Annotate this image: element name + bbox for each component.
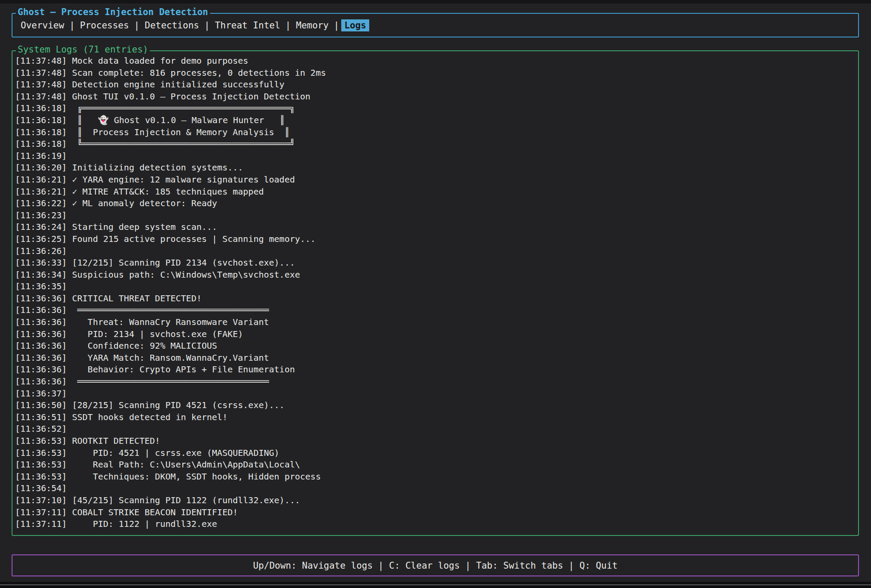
log-message: Real Path: C:\Users\Admin\AppData\Local\ <box>67 459 300 470</box>
log-timestamp: [11:36:51] <box>15 412 67 422</box>
log-entry: [11:36:37] <box>15 388 856 400</box>
log-entry: [11:37:48] Scan complete: 816 processes,… <box>15 67 856 79</box>
log-entry: [11:36:22] ✓ ML anomaly detector: Ready <box>15 198 856 210</box>
tab-processes[interactable]: Processes <box>77 19 132 31</box>
log-timestamp: [11:36:22] <box>15 198 67 208</box>
log-message: ROOTKIT DETECTED! <box>67 436 160 446</box>
log-timestamp: [11:36:52] <box>15 424 67 434</box>
log-timestamp: [11:36:24] <box>15 222 67 232</box>
log-entry: [11:36:50] [28/215] Scanning PID 4521 (c… <box>15 399 856 412</box>
log-entry: [11:37:10] [45/215] Scanning PID 1122 (r… <box>15 495 856 507</box>
log-timestamp: [11:36:53] <box>15 448 67 458</box>
log-timestamp: [11:37:10] <box>15 495 67 505</box>
tab-separator: | <box>334 20 340 31</box>
log-timestamp: [11:36:36] <box>15 293 67 303</box>
tab-memory[interactable]: Memory <box>293 19 332 31</box>
log-entry: [11:36:24] Starting deep system scan... <box>15 221 856 233</box>
log-message: ═════════════════════════════════════ <box>67 305 269 315</box>
log-message: Suspicious path: C:\Windows\Temp\svchost… <box>67 269 300 280</box>
log-message: ✓ YARA engine: 12 malware signatures loa… <box>67 174 295 185</box>
log-entry: [11:36:36] ═════════════════════════════… <box>15 304 856 316</box>
tab-separator: | <box>204 20 210 31</box>
log-message: Techniques: DKOM, SSDT hooks, Hidden pro… <box>67 471 321 482</box>
log-message: Scan complete: 816 processes, 0 detectio… <box>67 68 326 78</box>
log-message: [12/215] Scanning PID 2134 (svchost.exe)… <box>67 257 295 268</box>
log-timestamp: [11:36:53] <box>15 436 67 446</box>
status-bar: Up/Down: Navigate logs | C: Clear logs |… <box>12 554 859 576</box>
tab-overview[interactable]: Overview <box>18 19 67 31</box>
log-message: YARA Match: Ransom.WannaCry.Variant <box>67 353 269 363</box>
log-message: Threat: WannaCry Ransomware Variant <box>67 317 269 327</box>
log-timestamp: [11:36:35] <box>15 281 67 291</box>
log-message: [45/215] Scanning PID 1122 (rundll32.exe… <box>67 495 300 505</box>
log-timestamp: [11:37:48] <box>15 79 67 90</box>
tab-detections[interactable]: Detections <box>142 19 202 31</box>
log-timestamp: [11:36:19] <box>15 151 67 161</box>
log-timestamp: [11:36:25] <box>15 234 67 244</box>
log-entry: [11:36:18] ║ 👻 Ghost v0.1.0 — Malware Hu… <box>15 115 856 127</box>
log-timestamp: [11:36:18] <box>15 115 67 125</box>
log-entry: [11:36:36] PID: 2134 | svchost.exe (FAKE… <box>15 328 856 340</box>
log-message: ╔═══════════════════════════════════════… <box>67 103 295 113</box>
log-timestamp: [11:36:20] <box>15 162 67 173</box>
log-timestamp: [11:36:18] <box>15 103 67 113</box>
log-timestamp: [11:36:36] <box>15 353 67 363</box>
log-timestamp: [11:37:48] <box>15 56 67 66</box>
log-timestamp: [11:37:11] <box>15 507 67 517</box>
log-message: Starting deep system scan... <box>67 222 217 232</box>
log-timestamp: [11:36:36] <box>15 305 67 315</box>
log-entry: [11:36:21] ✓ YARA engine: 12 malware sig… <box>15 174 856 186</box>
log-timestamp: [11:36:37] <box>15 388 67 399</box>
log-timestamp: [11:36:23] <box>15 210 67 220</box>
log-timestamp: [11:37:48] <box>15 68 67 78</box>
log-timestamp: [11:36:21] <box>15 186 67 197</box>
log-entry: [11:37:48] Mock data loaded for demo pur… <box>15 55 856 67</box>
log-timestamp: [11:37:48] <box>15 91 67 102</box>
log-entry: [11:36:25] Found 215 active processes | … <box>15 233 856 245</box>
log-message: Found 215 active processes | Scanning me… <box>67 234 315 244</box>
log-entry: [11:36:53] PID: 4521 | csrss.exe (MASQUE… <box>15 447 856 459</box>
log-message: PID: 4521 | csrss.exe (MASQUERADING) <box>67 448 279 458</box>
log-timestamp: [11:36:21] <box>15 174 67 185</box>
log-timestamp: [11:37:11] <box>15 519 67 529</box>
tab-separator: | <box>285 20 291 31</box>
log-timestamp: [11:36:36] <box>15 317 67 327</box>
log-message: PID: 1122 | rundll32.exe <box>67 519 217 529</box>
window-title: Ghost — Process Injection Detection <box>16 7 210 17</box>
log-message: ✓ MITRE ATT&CK: 185 techniques mapped <box>67 186 264 197</box>
log-timestamp: [11:36:18] <box>15 139 67 149</box>
tab-separator: | <box>134 20 140 31</box>
log-entry: [11:36:54] <box>15 483 856 495</box>
log-message: Ghost TUI v0.1.0 — Process Injection Det… <box>67 91 310 102</box>
log-entry: [11:36:36] ═════════════════════════════… <box>15 376 856 388</box>
log-list[interactable]: [11:37:48] Mock data loaded for demo pur… <box>12 51 858 534</box>
log-entry: [11:37:11] COBALT STRIKE BEACON IDENTIFI… <box>15 507 856 519</box>
log-timestamp: [11:36:36] <box>15 364 67 374</box>
log-entry: [11:36:52] <box>15 423 856 435</box>
log-entry: [11:36:51] SSDT hooks detected in kernel… <box>15 412 856 424</box>
log-message: Behavior: Crypto APIs + File Enumeration <box>67 364 295 374</box>
log-message: ║ 👻 Ghost v0.1.0 — Malware Hunter ║ <box>67 115 285 125</box>
log-entry: [11:36:21] ✓ MITRE ATT&CK: 185 technique… <box>15 186 856 198</box>
log-timestamp: [11:36:18] <box>15 127 67 137</box>
log-message: ═════════════════════════════════════ <box>67 376 269 387</box>
log-entry: [11:36:18] ╔════════════════════════════… <box>15 102 856 115</box>
log-entry: [11:36:53] Real Path: C:\Users\Admin\App… <box>15 459 856 471</box>
tab-separator: | <box>69 20 75 31</box>
tab-threat-intel[interactable]: Threat Intel <box>212 19 283 31</box>
log-entry: [11:36:26] <box>15 245 856 257</box>
window-chrome-bottom <box>0 582 871 588</box>
log-message: SSDT hooks detected in kernel! <box>67 412 227 422</box>
log-message: Initializing detection systems... <box>67 162 243 173</box>
log-message: PID: 2134 | svchost.exe (FAKE) <box>67 329 243 339</box>
log-entry: [11:36:19] <box>15 150 856 162</box>
log-message: Confidence: 92% MALICIOUS <box>67 340 217 351</box>
log-entry: [11:36:36] Behavior: Crypto APIs + File … <box>15 364 856 376</box>
log-timestamp: [11:36:53] <box>15 471 67 482</box>
log-timestamp: [11:36:36] <box>15 329 67 339</box>
log-message: Mock data loaded for demo purposes <box>67 56 248 66</box>
log-entry: [11:36:34] Suspicious path: C:\Windows\T… <box>15 269 856 281</box>
log-entry: [11:36:36] Confidence: 92% MALICIOUS <box>15 340 856 352</box>
window-chrome-top <box>0 0 871 3</box>
tab-logs[interactable]: Logs <box>341 19 369 31</box>
